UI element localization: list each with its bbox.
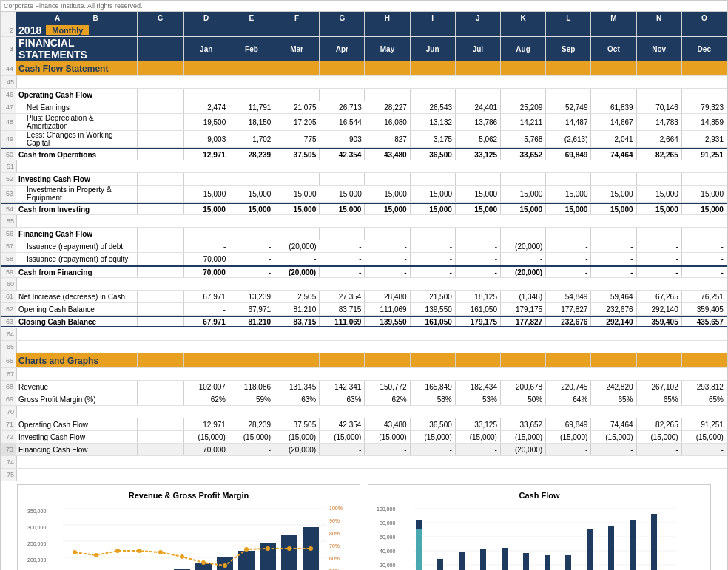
- row-46: 46 Operating Cash Flow: [1, 89, 727, 101]
- svg-point-28: [115, 549, 120, 553]
- row-51: 51: [1, 160, 727, 173]
- spreadsheet: Corporate Finance Institute. All rights …: [0, 0, 728, 570]
- col-apr: Apr: [320, 37, 365, 61]
- col-jan: Jan: [184, 37, 229, 61]
- column-letters-row: A B C D E F G H I J K L M N O: [1, 12, 727, 24]
- col-o-header: O: [682, 12, 727, 24]
- svg-text:80%: 80%: [329, 531, 340, 536]
- row-69-gpm: 69 Gross Profit Margin (%) 62% 59% 63% 6…: [1, 393, 727, 406]
- company-info: Corporate Finance Institute. All rights …: [4, 2, 143, 10]
- svg-point-35: [266, 546, 270, 551]
- svg-text:20,000: 20,000: [380, 563, 396, 568]
- svg-text:60%: 60%: [329, 556, 340, 561]
- ne-jan: 2,474: [184, 101, 229, 113]
- col-oct: Oct: [591, 37, 636, 61]
- cashflow-chart-title: Cash Flow: [374, 491, 704, 500]
- svg-point-36: [287, 546, 291, 551]
- revenue-chart-container: Revenue & Gross Profit Margin 350,000 30…: [17, 484, 360, 570]
- svg-text:80,000: 80,000: [380, 520, 396, 526]
- row-75: 75: [1, 469, 727, 481]
- row-72-icf: 72 Investing Cash Flow (15,000) (15,000)…: [1, 431, 727, 444]
- r3-c: [138, 37, 184, 61]
- cashflow-chart-container: Cash Flow 100,000 80,000 60,000 40,000 2…: [368, 484, 711, 570]
- row-73-fcf: 73 Financing Cash Flow 70,000 - (20,000)…: [1, 444, 727, 456]
- col-ab-header: A B: [16, 12, 138, 24]
- row-64: 64: [1, 328, 727, 341]
- row-48-da: 48 Plus: Depreciation & Amortization 19,…: [1, 114, 727, 131]
- col-sep: Sep: [546, 37, 591, 61]
- row-56: 56 Financing Cash Flow: [1, 228, 727, 240]
- col-e-header: E: [229, 12, 274, 24]
- row-2: 2 2018 Monthly: [1, 24, 727, 37]
- svg-point-27: [94, 553, 98, 557]
- col-dec: Dec: [682, 37, 727, 61]
- col-n-header: N: [637, 12, 682, 24]
- row-71-ocf: 71 Operating Cash Flow 12,971 28,239 37,…: [1, 418, 727, 431]
- row-num-3: 3: [1, 37, 16, 61]
- top-bar: Corporate Finance Institute. All rights …: [1, 1, 727, 12]
- svg-point-32: [201, 560, 206, 565]
- col-mar: Mar: [274, 37, 320, 61]
- svg-point-26: [73, 550, 77, 554]
- row-74: 74: [1, 456, 727, 469]
- row-60: 60: [1, 278, 727, 291]
- year-label: 2018: [18, 24, 41, 36]
- col-i-header: I: [411, 12, 456, 24]
- row-53: 53 Investments in Property & Equipment 1…: [1, 186, 727, 203]
- row-61: 61 Net Increase (decrease) in Cash 67,97…: [1, 291, 727, 303]
- row2-e: [229, 24, 274, 36]
- op-bar-feb: [437, 559, 443, 570]
- row2-h: [365, 24, 410, 36]
- svg-text:40,000: 40,000: [380, 549, 396, 554]
- col-jun: Jun: [411, 37, 456, 61]
- year-cell: 2018 Monthly: [16, 24, 138, 36]
- row-63: 63 Closing Cash Balance 67,971 81,210 83…: [1, 316, 727, 328]
- row2-i: [411, 24, 456, 36]
- row-59-financing-total: 59 Cash from Financing 70,000 - (20,000)…: [1, 265, 727, 278]
- svg-point-30: [158, 550, 163, 554]
- row-54-investing-total: 54 Cash from Investing 15,000 15,000 15,…: [1, 203, 727, 215]
- col-k-header: K: [501, 12, 546, 24]
- svg-point-34: [244, 547, 249, 552]
- row2-j: [456, 24, 501, 36]
- monthly-badge: Monthly: [46, 25, 89, 35]
- svg-point-37: [309, 546, 313, 551]
- row-62: 62 Opening Cash Balance - 67,971 81,210 …: [1, 303, 727, 316]
- rev-bar-sep: [238, 551, 255, 570]
- svg-text:200,000: 200,000: [27, 557, 46, 563]
- svg-text:250,000: 250,000: [27, 541, 46, 546]
- row-57: 57 Issuance (repayment) of debt - - (20,…: [1, 240, 727, 253]
- row-52: 52 Investing Cash Flow: [1, 173, 727, 186]
- col-d-header: D: [184, 12, 229, 24]
- col-feb: Feb: [229, 37, 274, 61]
- svg-text:350,000: 350,000: [27, 509, 46, 514]
- r44c: [138, 61, 184, 75]
- row2-o: [682, 24, 727, 36]
- row-68-revenue: 68 Revenue 102,007 118,086 131,345 142,3…: [1, 381, 727, 393]
- row-70: 70: [1, 406, 727, 418]
- row-50-ops-total: 50 Cash from Operations 12,971 28,239 37…: [1, 148, 727, 160]
- charts-row: Revenue & Gross Profit Margin 350,000 30…: [1, 481, 727, 570]
- row-58: 58 Issuance (repayment) of equity 70,000…: [1, 253, 727, 265]
- row-45: 45: [1, 76, 727, 89]
- row2-d: [184, 24, 229, 36]
- op-bar-jul: [545, 555, 550, 570]
- row2-l: [546, 24, 591, 36]
- row-55: 55: [1, 215, 727, 228]
- net-earnings-label: Net Earnings: [16, 101, 138, 113]
- row2-c: [138, 24, 184, 36]
- col-c-header: C: [138, 12, 184, 24]
- col-l-header: L: [546, 12, 591, 24]
- svg-text:100%: 100%: [329, 506, 343, 511]
- svg-text:300,000: 300,000: [27, 525, 46, 530]
- row-num-2: 2: [1, 24, 16, 36]
- cashflow-chart-svg: 100,000 80,000 60,000 40,000 20,000 - (2…: [374, 503, 704, 570]
- svg-text:90%: 90%: [329, 518, 340, 523]
- col-jul: Jul: [456, 37, 501, 61]
- op-bar-aug: [565, 555, 571, 570]
- col-nov: Nov: [637, 37, 682, 61]
- row-49-wc: 49 Less: Changes in Working Capital 9,00…: [1, 131, 727, 148]
- cashflow-section-label: Cash Flow Statement: [16, 61, 138, 75]
- svg-point-31: [180, 554, 184, 559]
- row-44-cashflow-header: 44 Cash Flow Statement: [1, 61, 727, 76]
